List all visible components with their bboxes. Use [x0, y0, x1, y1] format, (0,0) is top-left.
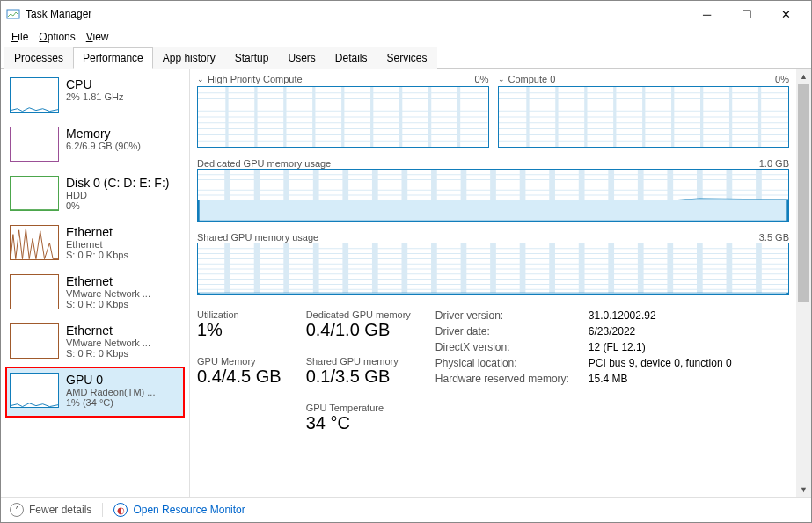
info-key: Physical location: [435, 357, 576, 369]
graph-dedicated-mem[interactable] [197, 169, 789, 222]
tab-startup[interactable]: Startup [225, 47, 279, 69]
graph-label: High Priority Compute [208, 74, 475, 84]
cpu-thumb [10, 77, 59, 113]
sidebar-item-label: Disk 0 (C: D: E: F:) [66, 176, 169, 190]
app-icon [6, 7, 20, 21]
tab-app-history[interactable]: App history [153, 47, 225, 69]
sidebar-item-label: Memory [66, 127, 141, 141]
separator [102, 503, 103, 517]
tab-processes[interactable]: Processes [4, 47, 73, 69]
stat-value: 34 °C [306, 413, 411, 433]
graph-label: Dedicated GPU memory usage [197, 158, 759, 169]
footer: ˄ Fewer details ◐ Open Resource Monitor [1, 497, 811, 522]
stat-value: 0.1/3.5 GB [306, 367, 411, 387]
sidebar-item-label: CPU [66, 77, 123, 91]
stat-label: GPU Temperature [306, 403, 411, 413]
main-panel: ⌄High Priority Compute0% ⌄Compute 00% De… [194, 69, 796, 497]
sidebar-item-gpu0[interactable]: GPU 0AMD Radeon(TM) ...1% (34 °C) [6, 367, 184, 417]
menu-file[interactable]: File [8, 29, 32, 45]
graph-compute-0[interactable] [498, 86, 790, 148]
resource-monitor-icon: ◐ [113, 503, 128, 517]
stat-value: 0.4/1.0 GB [306, 320, 411, 340]
sidebar-item-disk0[interactable]: Disk 0 (C: D: E: F:)HDD0% [6, 171, 184, 220]
chevron-down-icon[interactable]: ⌄ [197, 75, 204, 84]
close-button[interactable]: ✕ [766, 1, 806, 27]
scroll-down-button[interactable]: ▼ [796, 482, 811, 497]
info-value: 12 (FL 12.1) [589, 341, 646, 353]
sidebar-item-label: Ethernet [66, 323, 150, 338]
tab-services[interactable]: Services [377, 47, 437, 69]
graph-hp-compute[interactable] [197, 86, 489, 148]
info-key: DirectX version: [435, 341, 576, 353]
info-value: 31.0.12002.92 [589, 309, 656, 322]
memory-thumb [10, 127, 59, 162]
sidebar-item-cpu[interactable]: CPU2% 1.81 GHz [6, 72, 184, 121]
info-value: 15.4 MB [589, 373, 628, 385]
sidebar-item-eth0[interactable]: EthernetEthernetS: 0 R: 0 Kbps [6, 220, 184, 269]
chevron-up-icon: ˄ [10, 503, 24, 517]
sidebar-item-label: GPU 0 [66, 373, 155, 387]
tab-users[interactable]: Users [278, 47, 325, 69]
fewer-details-link[interactable]: ˄ Fewer details [10, 503, 91, 517]
scrollbar[interactable]: ▲ ▼ [796, 69, 811, 497]
graph-shared-mem[interactable] [197, 243, 789, 295]
menu-options[interactable]: Options [35, 29, 78, 45]
eth-thumb [10, 323, 59, 359]
gpu-thumb [10, 373, 59, 408]
sidebar-item-eth2[interactable]: EthernetVMware Network ...S: 0 R: 0 Kbps [6, 318, 184, 367]
tab-performance[interactable]: Performance [73, 47, 153, 69]
sidebar: CPU2% 1.81 GHz Memory6.2/6.9 GB (90%) Di… [1, 69, 190, 497]
stat-label: GPU Memory [197, 356, 282, 367]
tab-details[interactable]: Details [326, 47, 377, 69]
sidebar-item-memory[interactable]: Memory6.2/6.9 GB (90%) [6, 121, 184, 171]
titlebar[interactable]: Task Manager ─ ☐ ✕ [1, 1, 811, 27]
chevron-down-icon[interactable]: ⌄ [498, 75, 505, 84]
info-value: 6/23/2022 [589, 325, 635, 338]
open-resource-monitor-link[interactable]: ◐ Open Resource Monitor [113, 503, 245, 517]
sidebar-item-label: Ethernet [66, 225, 128, 239]
stat-value: 1% [197, 320, 282, 340]
stat-label: Dedicated GPU memory [306, 309, 411, 320]
stat-label: Shared GPU memory [306, 356, 411, 367]
info-key: Driver version: [435, 309, 576, 322]
eth-thumb [10, 225, 59, 260]
scroll-thumb[interactable] [798, 84, 809, 302]
window-title: Task Manager [26, 8, 687, 20]
sidebar-item-label: Ethernet [66, 274, 150, 288]
eth-thumb [10, 274, 59, 309]
graph-label: Compute 0 [508, 74, 776, 84]
disk-thumb [10, 176, 59, 211]
tab-bar: Processes Performance App history Startu… [1, 47, 811, 69]
info-key: Driver date: [435, 325, 576, 338]
menu-view[interactable]: View [83, 29, 113, 45]
stat-value: 0.4/4.5 GB [197, 367, 282, 387]
stat-label: Utilization [197, 309, 282, 320]
maximize-button[interactable]: ☐ [727, 1, 766, 27]
info-value: PCI bus 9, device 0, function 0 [589, 357, 732, 369]
menubar: File Options View [1, 27, 811, 47]
scroll-track[interactable] [796, 84, 811, 482]
sidebar-item-eth1[interactable]: EthernetVMware Network ...S: 0 R: 0 Kbps [6, 269, 184, 318]
info-key: Hardware reserved memory: [435, 373, 576, 385]
graph-label: Shared GPU memory usage [197, 232, 759, 243]
scroll-up-button[interactable]: ▲ [796, 69, 811, 84]
minimize-button[interactable]: ─ [687, 1, 727, 27]
